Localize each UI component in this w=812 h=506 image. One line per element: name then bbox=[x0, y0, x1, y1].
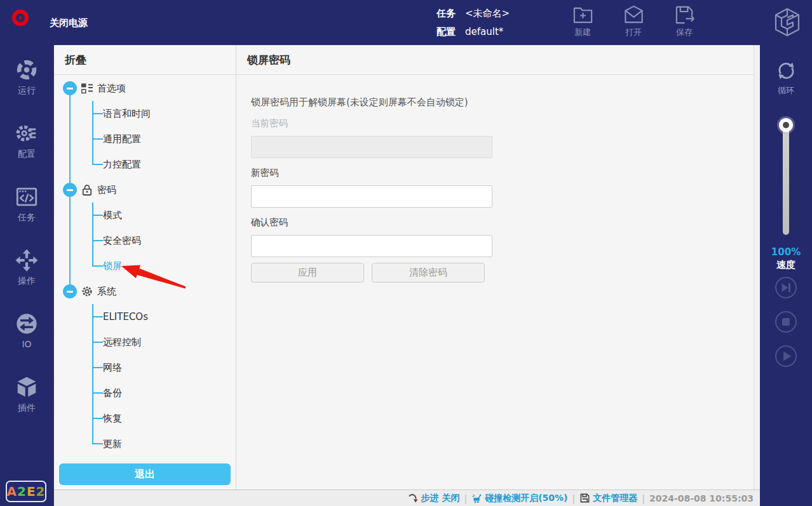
tree-node-restore[interactable]: 恢复 bbox=[54, 406, 236, 431]
stop-button[interactable] bbox=[775, 310, 797, 333]
sidebar-item-operate[interactable]: 操作 bbox=[0, 248, 53, 287]
new-file-icon bbox=[563, 4, 602, 26]
current-password-label: 当前密码 bbox=[251, 117, 754, 130]
collapse-toggle-icon[interactable] bbox=[63, 284, 77, 298]
a2e2-badge[interactable]: A2E2 bbox=[6, 481, 46, 502]
left-sidebar: 插件IO操作任务配置运行 A2E2 bbox=[0, 45, 54, 506]
loop-icon bbox=[775, 59, 798, 83]
lock-screen-password-panel: 锁屏密码 锁屏密码用于解锁屏幕(未设定则屏幕不会自动锁定) 当前密码新密码确认密… bbox=[236, 45, 754, 489]
power-off-button[interactable] bbox=[12, 10, 29, 26]
status-separator: | bbox=[642, 493, 645, 503]
step-mode-status[interactable]: 步进 关闭 bbox=[408, 493, 460, 504]
operate-icon bbox=[0, 248, 53, 272]
task-value: <未命名> bbox=[465, 8, 510, 19]
stop-icon bbox=[775, 310, 797, 333]
collapse-toggle-icon[interactable] bbox=[63, 183, 77, 197]
preferences-icon bbox=[81, 82, 93, 95]
form-buttons: 应用 清除密码 bbox=[251, 263, 754, 283]
tree-node-password[interactable]: 密码 bbox=[54, 177, 236, 203]
sidebar-item-task[interactable]: 任务 bbox=[0, 185, 53, 223]
io-icon bbox=[0, 312, 53, 336]
status-separator: | bbox=[572, 493, 575, 503]
panel-title: 锁屏密码 bbox=[236, 45, 754, 75]
config-value: default* bbox=[465, 26, 503, 37]
main-row: 插件IO操作任务配置运行 A2E2 折叠 首选项语言和时间通用配置力控配置密码模… bbox=[0, 45, 812, 506]
vertical-scrollbar[interactable] bbox=[754, 45, 760, 489]
tree-node-mode[interactable]: 模式 bbox=[54, 203, 236, 228]
file-manager-icon bbox=[579, 493, 590, 503]
speed-readout: 100% 速度 bbox=[760, 246, 812, 271]
center-column: 折叠 首选项语言和时间通用配置力控配置密码模式安全密码锁屏系统ELITECOs远… bbox=[54, 45, 760, 506]
system-gear-icon bbox=[81, 285, 93, 298]
save-icon bbox=[665, 4, 704, 26]
confirm-password-input[interactable] bbox=[251, 235, 492, 257]
password-form: 当前密码新密码确认密码 bbox=[251, 117, 754, 257]
collision-icon bbox=[471, 493, 482, 503]
speed-label: 速度 bbox=[760, 258, 812, 271]
top-bar: 关闭电源 任务<未命名> 配置default* 新建打开保存 bbox=[0, 0, 812, 45]
tree-node-remote-control[interactable]: 远程控制 bbox=[54, 330, 236, 355]
play-button[interactable] bbox=[775, 345, 797, 368]
sidebar-item-config[interactable]: 配置 bbox=[0, 121, 53, 160]
new-password-label: 新密码 bbox=[251, 167, 754, 179]
save-button[interactable]: 保存 bbox=[665, 4, 704, 38]
power-off-label: 关闭电源 bbox=[50, 17, 88, 29]
sidebar-item-run[interactable]: 运行 bbox=[0, 58, 53, 97]
new-password-input[interactable] bbox=[251, 185, 492, 208]
plugin-icon bbox=[0, 375, 53, 399]
sidebar-item-plugin[interactable]: 插件 bbox=[0, 375, 53, 414]
run-icon bbox=[0, 58, 53, 82]
tree-node-safety-password[interactable]: 安全密码 bbox=[54, 228, 236, 253]
confirm-password-label: 确认密码 bbox=[251, 216, 754, 229]
datetime-display: 2024-08-08 10:55:03 bbox=[649, 493, 754, 503]
config-label: 配置 bbox=[436, 26, 456, 37]
apply-button[interactable]: 应用 bbox=[251, 263, 364, 283]
open-file-icon bbox=[614, 4, 653, 26]
speed-slider-track[interactable] bbox=[783, 121, 789, 235]
exit-button[interactable]: 退出 bbox=[59, 463, 231, 485]
tree-node-elitecos[interactable]: ELITECOs bbox=[54, 304, 236, 330]
collision-detection-status[interactable]: 碰撞检测开启(50%) bbox=[471, 493, 567, 504]
description-text: 锁屏密码用于解锁屏幕(未设定则屏幕不会自动锁定) bbox=[251, 97, 754, 109]
tree-node-lock-screen[interactable]: 锁屏 bbox=[54, 253, 236, 279]
speed-percentage: 100% bbox=[760, 246, 812, 258]
tree-node-backup[interactable]: 备份 bbox=[54, 380, 236, 406]
panel-body: 锁屏密码用于解锁屏幕(未设定则屏幕不会自动锁定) 当前密码新密码确认密码 应用 … bbox=[236, 75, 754, 283]
tree-node-preferences[interactable]: 首选项 bbox=[54, 76, 236, 101]
speed-slider-thumb[interactable] bbox=[779, 118, 793, 132]
tree-node-system[interactable]: 系统 bbox=[54, 279, 236, 304]
tree-node-language-time[interactable]: 语言和时间 bbox=[54, 101, 236, 126]
collapse-toggle-icon[interactable] bbox=[63, 81, 77, 95]
tree-collapse-header[interactable]: 折叠 bbox=[54, 45, 236, 75]
task-row: 任务<未命名> bbox=[436, 4, 510, 23]
step-icon bbox=[408, 493, 419, 503]
config-row: 配置default* bbox=[436, 23, 510, 41]
content-row: 折叠 首选项语言和时间通用配置力控配置密码模式安全密码锁屏系统ELITECOs远… bbox=[54, 45, 760, 489]
skip-forward-icon bbox=[775, 276, 797, 299]
tree-node-network[interactable]: 网络 bbox=[54, 355, 236, 380]
step-forward-button[interactable] bbox=[775, 276, 797, 299]
sidebar-item-io[interactable]: IO bbox=[0, 312, 53, 349]
tree-node-update[interactable]: 更新 bbox=[54, 431, 236, 456]
tree-node-force-config[interactable]: 力控配置 bbox=[54, 152, 236, 177]
new-button[interactable]: 新建 bbox=[563, 4, 602, 38]
right-sidebar: 循环 100% 速度 bbox=[760, 45, 812, 506]
brand-logo-icon bbox=[771, 6, 804, 39]
task-config-block: 任务<未命名> 配置default* bbox=[436, 4, 510, 41]
loop-mode-button[interactable]: 循环 bbox=[760, 59, 812, 97]
playback-controls bbox=[760, 276, 812, 368]
clear-password-button[interactable]: 清除密码 bbox=[372, 263, 485, 283]
task-label: 任务 bbox=[436, 8, 456, 19]
play-icon bbox=[775, 345, 797, 368]
task-icon bbox=[0, 185, 53, 209]
open-button[interactable]: 打开 bbox=[614, 4, 653, 38]
file-manager-status[interactable]: 文件管理器 bbox=[579, 493, 637, 504]
tree-node-general-config[interactable]: 通用配置 bbox=[54, 126, 236, 152]
loop-label: 循环 bbox=[760, 85, 812, 97]
current-password-input bbox=[251, 136, 492, 158]
status-separator: | bbox=[464, 493, 467, 503]
status-bar: 步进 关闭 | 碰撞检测开启(50%) | bbox=[54, 489, 760, 506]
settings-tree: 首选项语言和时间通用配置力控配置密码模式安全密码锁屏系统ELITECOs远程控制… bbox=[54, 76, 236, 456]
config-icon bbox=[0, 121, 53, 145]
app-window: 关闭电源 任务<未命名> 配置default* 新建打开保存 插件IO操作任务配… bbox=[0, 0, 812, 506]
